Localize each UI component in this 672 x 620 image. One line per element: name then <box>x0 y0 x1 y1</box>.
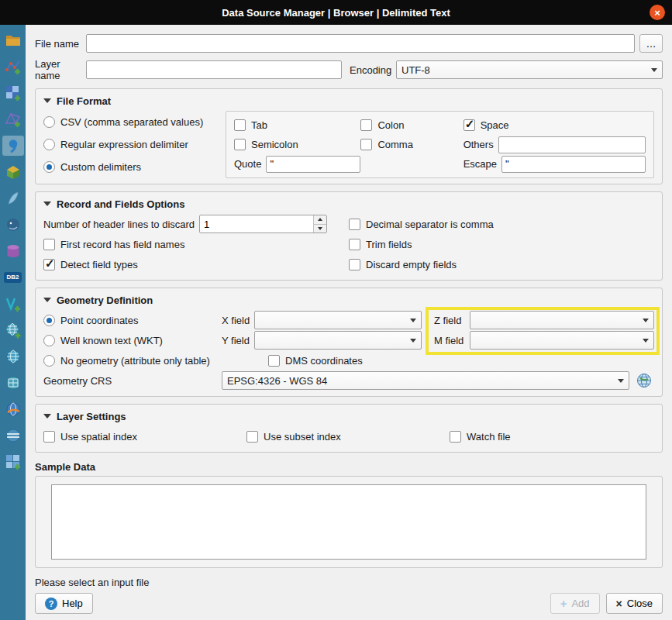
mesh-layer-icon <box>5 111 22 128</box>
crs-select-button[interactable] <box>634 371 654 390</box>
spin-down-button[interactable] <box>314 224 326 233</box>
sample-data-area[interactable] <box>51 484 646 560</box>
checkbox-dms-coordinates[interactable]: DMS coordinates <box>268 355 363 367</box>
header-lines-spinner[interactable] <box>199 215 327 233</box>
checkbox-indicator <box>349 239 360 250</box>
checkbox-use-subset-index[interactable]: Use subset index <box>246 431 450 443</box>
close-icon: × <box>654 7 660 19</box>
help-button-label: Help <box>62 598 83 609</box>
spin-up-icon <box>318 218 322 221</box>
others-input[interactable] <box>498 136 646 153</box>
geometry-crs-select[interactable]: EPSG:4326 - WGS 84 <box>222 371 629 390</box>
geometry-definition-group: Geometry Definition Point coordinates X … <box>35 288 663 397</box>
collapse-arrow-icon <box>43 202 51 206</box>
encoding-select[interactable]: UTF-8 <box>396 60 663 79</box>
geometry-crs-value: EPSG:4326 - WGS 84 <box>227 375 613 387</box>
checkbox-indicator <box>349 259 360 270</box>
sidebar-item-wcs[interactable] <box>2 373 24 393</box>
sidebar-item-wfs[interactable] <box>2 399 24 419</box>
source-type-sidebar: DB2 <box>0 25 26 620</box>
sidebar-item-wms-wmts[interactable] <box>2 346 24 367</box>
checkbox-indicator <box>349 219 360 230</box>
layer-name-input[interactable] <box>86 60 342 79</box>
sidebar-item-delimited-text[interactable] <box>2 136 24 156</box>
checkbox-use-spatial-index[interactable]: Use spatial index <box>43 431 246 443</box>
m-field-select[interactable] <box>470 331 654 350</box>
checkbox-decimal-comma-label: Decimal separator is comma <box>366 219 494 230</box>
record-fields-group: Record and Fields Options Number of head… <box>35 191 663 281</box>
x-field-select[interactable] <box>254 311 422 329</box>
checkbox-comma[interactable]: Comma <box>360 139 463 150</box>
wfs-globe-icon <box>5 401 22 418</box>
radio-wkt[interactable]: Well known text (WKT) <box>43 335 222 346</box>
sidebar-item-virtual-layer[interactable] <box>2 294 24 314</box>
y-field-select[interactable] <box>254 331 422 350</box>
checkbox-watch-file[interactable]: Watch file <box>450 431 654 443</box>
quote-input[interactable] <box>266 156 360 173</box>
layer-settings-group-header[interactable]: Layer Settings <box>43 408 654 425</box>
z-field-select[interactable] <box>470 311 654 329</box>
radio-csv-label: CSV (comma separated values) <box>60 116 203 128</box>
sidebar-item-oracle[interactable] <box>2 241 24 261</box>
sample-data-title: Sample Data <box>35 461 663 473</box>
add-button-label: Add <box>571 598 589 609</box>
checkbox-indicator <box>268 355 280 367</box>
help-button[interactable]: ? Help <box>35 593 93 614</box>
radio-point-coordinates[interactable]: Point coordinates <box>43 315 222 326</box>
geometry-group-header[interactable]: Geometry Definition <box>43 291 654 308</box>
checkbox-indicator <box>43 239 55 250</box>
escape-input[interactable] <box>501 156 646 173</box>
layer-name-label: Layer name <box>35 58 86 81</box>
sidebar-item-postgresql[interactable] <box>2 215 24 235</box>
chevron-down-icon <box>410 339 416 343</box>
file-format-group: File Format CSV (comma separated values)… <box>35 88 663 184</box>
checkbox-semicolon[interactable]: Semicolon <box>234 139 360 150</box>
checkbox-first-record[interactable]: First record has field names <box>43 239 349 250</box>
sidebar-item-vector-tile[interactable] <box>2 452 24 472</box>
chevron-down-icon <box>643 339 649 343</box>
radio-indicator <box>43 315 55 326</box>
comma-icon <box>5 137 22 154</box>
radio-indicator <box>43 116 55 128</box>
radio-regexp[interactable]: Regular expression delimiter <box>43 139 218 150</box>
sidebar-item-raster[interactable] <box>2 83 24 103</box>
hana-globe-icon <box>5 322 22 339</box>
checkbox-space[interactable]: Space <box>464 119 646 131</box>
checkbox-trim-fields[interactable]: Trim fields <box>349 239 654 250</box>
quote-label: Quote <box>234 158 261 170</box>
z-field-label: Z field <box>434 315 470 326</box>
radio-indicator <box>43 161 55 173</box>
vector-tile-icon <box>5 453 22 470</box>
checkbox-discard-empty[interactable]: Discard empty fields <box>349 259 654 270</box>
sidebar-item-spatialite[interactable] <box>2 188 24 208</box>
checkbox-tab[interactable]: Tab <box>234 119 360 131</box>
sidebar-item-mesh[interactable] <box>2 109 24 129</box>
checkbox-subset-index-label: Use subset index <box>264 431 341 443</box>
browse-button[interactable]: … <box>639 34 663 53</box>
collapse-arrow-icon <box>43 98 51 103</box>
sidebar-item-geopackage[interactable] <box>2 162 24 182</box>
encoding-value: UTF-8 <box>401 64 646 76</box>
sidebar-item-sap-hana[interactable] <box>2 320 24 340</box>
file-format-group-header[interactable]: File Format <box>43 92 654 109</box>
checkbox-detect-field-types[interactable]: Detect field types <box>43 259 349 270</box>
file-name-input[interactable] <box>86 34 635 53</box>
checkbox-tab-label: Tab <box>251 119 267 131</box>
add-button[interactable]: + Add <box>550 593 600 614</box>
sidebar-item-browser[interactable] <box>2 30 24 50</box>
radio-custom-delimiters[interactable]: Custom delimiters <box>43 161 218 173</box>
window-close-button[interactable]: × <box>650 5 665 20</box>
record-fields-group-header[interactable]: Record and Fields Options <box>43 195 654 212</box>
sidebar-item-arcgis-rest[interactable] <box>2 425 24 446</box>
radio-csv[interactable]: CSV (comma separated values) <box>43 116 218 128</box>
header-lines-input[interactable] <box>199 215 327 233</box>
spin-up-button[interactable] <box>314 215 326 224</box>
sidebar-item-vector[interactable] <box>2 57 24 77</box>
checkbox-indicator <box>450 431 461 443</box>
radio-no-geometry[interactable]: No geometry (attribute only table) <box>43 355 260 367</box>
close-button[interactable]: × Close <box>606 593 663 614</box>
geometry-crs-label: Geometry CRS <box>43 375 222 387</box>
sidebar-item-db2[interactable]: DB2 <box>2 267 24 288</box>
checkbox-decimal-comma[interactable]: Decimal separator is comma <box>349 219 654 230</box>
checkbox-colon[interactable]: Colon <box>360 119 463 131</box>
